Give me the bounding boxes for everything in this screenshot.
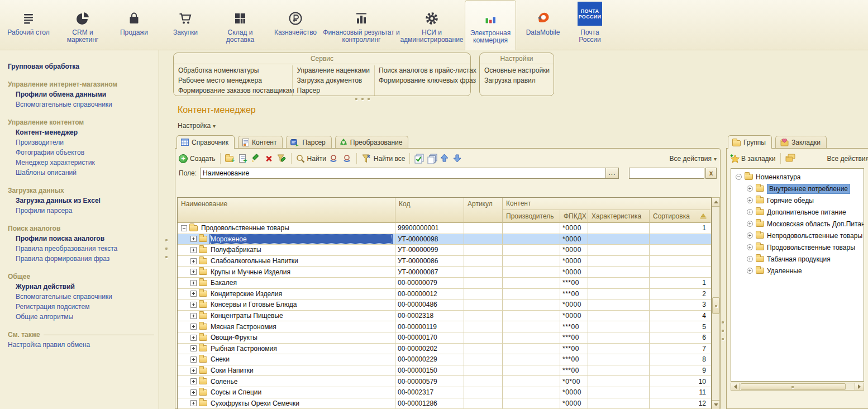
expand-icon[interactable]	[190, 378, 197, 384]
table-row[interactable]: Продовольственные товары 99900000001 *00…	[178, 223, 711, 234]
expand-icon[interactable]	[190, 247, 197, 253]
collapse-icon[interactable]	[181, 225, 187, 231]
service-link[interactable]: Управление наценками	[297, 65, 370, 75]
tree-node[interactable]: Непродовольственные товары	[731, 230, 864, 241]
expand-icon[interactable]	[190, 236, 197, 242]
column-header-fpkdh[interactable]: ФПКДХ	[560, 210, 588, 223]
scroll-thumb[interactable]	[741, 383, 846, 390]
section-pochta[interactable]: ПОЧТАРОССИИ Почта России	[570, 0, 610, 50]
expand-icon[interactable]	[190, 400, 197, 406]
expand-icon[interactable]	[190, 280, 197, 286]
expand-icon[interactable]	[747, 186, 753, 192]
tree-horizontal-scrollbar[interactable]	[731, 383, 864, 391]
collapse-icon[interactable]	[736, 174, 742, 180]
expand-icon[interactable]	[190, 324, 197, 330]
copy-item-button[interactable]	[238, 154, 248, 164]
sidebar-item[interactable]: Фотографии объектов	[8, 148, 154, 158]
service-link[interactable]: Рабочее место менеджера	[178, 75, 288, 85]
tree-node[interactable]: Продовольственные товары	[731, 241, 864, 253]
right-splitter[interactable]	[722, 321, 724, 340]
scroll-down-button[interactable]	[712, 400, 719, 409]
expand-icon[interactable]	[190, 389, 197, 396]
table-row[interactable]: Концентраты Пищевые 00-0002318 *0000 4	[178, 311, 711, 322]
table-row[interactable]: Сухофрукты Орехи Семечки 00-00001286 *00…	[178, 398, 711, 409]
expand-icon[interactable]	[190, 258, 197, 264]
scroll-left-button[interactable]	[731, 383, 740, 390]
table-row[interactable]: Бакалея 00-00000079 ***00 1	[178, 278, 711, 289]
scroll-up-button[interactable]	[712, 198, 719, 207]
sidebar-item[interactable]: Контент-менеджер	[8, 127, 154, 137]
tab-groups[interactable]: Группы	[728, 135, 772, 149]
sidebar-item[interactable]: Регистрация подсистем	[8, 302, 154, 312]
sidebar-item[interactable]: Профили поиска аналогов	[8, 234, 154, 244]
tab-kontent[interactable]: Контент	[238, 136, 283, 149]
sidebar-item[interactable]: Журнал действий	[8, 282, 154, 292]
sidebar-item-group-processing[interactable]: Групповая обработка	[8, 61, 154, 72]
expand-icon[interactable]	[747, 256, 753, 262]
section-nsi-admin[interactable]: НСИ и администрирование	[400, 0, 464, 50]
section-ecommerce[interactable]: Электронная коммерция	[465, 0, 516, 50]
scroll-right-button[interactable]	[855, 383, 864, 390]
find-previous-button[interactable]	[329, 154, 339, 164]
tree-node[interactable]: Горячие обеды	[731, 194, 864, 206]
column-header-content[interactable]: Контент	[503, 198, 710, 210]
tab-parser[interactable]: Парсер	[286, 136, 331, 149]
search-value-input[interactable]	[629, 168, 704, 179]
service-link[interactable]: Формирование ключевых фраз	[379, 75, 466, 85]
table-row[interactable]: Соленье 00-00000579 *0*00 10	[178, 376, 711, 387]
section-desktop[interactable]: Рабочий стол	[6, 0, 51, 50]
clear-search-button[interactable]: x	[705, 168, 717, 179]
sidebar-item[interactable]: Производители	[8, 137, 154, 148]
column-header-characteristic[interactable]: Характеристика	[588, 210, 650, 223]
sidebar-item[interactable]: Вспомогательные справочники	[8, 99, 154, 110]
tree-node[interactable]: Московская область Доп.Питан...	[731, 218, 864, 230]
service-link[interactable]: Загрузка документов	[297, 75, 370, 85]
expand-icon[interactable]	[747, 221, 753, 227]
create-button[interactable]: Создать	[179, 154, 216, 163]
section-crm[interactable]: CRM и маркетинг	[56, 0, 109, 50]
all-actions-button[interactable]: Все действия	[670, 155, 717, 163]
column-header-code[interactable]: Код	[395, 198, 464, 223]
copy-list-button[interactable]	[427, 154, 437, 164]
expand-icon[interactable]	[190, 345, 197, 351]
expand-icon[interactable]	[190, 313, 197, 319]
section-warehouse[interactable]: Склад и доставка	[214, 0, 266, 50]
settings-link[interactable]: Основные настройки	[484, 65, 550, 75]
tree-node[interactable]: Внутреннее потребление	[731, 183, 864, 194]
column-header-producer[interactable]: Производитель	[503, 210, 560, 223]
horizontal-splitter[interactable]	[355, 98, 370, 100]
tree-node-root[interactable]: Номенклатура	[731, 171, 864, 183]
to-bookmarks-button[interactable]: В закладки	[730, 154, 776, 163]
sidebar-item[interactable]: Правила преобразования текста	[8, 244, 154, 254]
section-datamobile[interactable]: DataMobile	[519, 0, 566, 50]
column-header-sort[interactable]: Сортировка	[650, 210, 710, 223]
table-row[interactable]: Овощи-Фрукты 00-00000170 ***00 6	[178, 332, 711, 344]
find-all-button[interactable]: Найти все	[361, 154, 406, 164]
service-link[interactable]: Обработка номенклатуры	[178, 65, 288, 75]
table-row[interactable]: Консервы и Готовые Блюда 00-00000486 *00…	[178, 299, 711, 311]
expand-icon[interactable]	[190, 291, 197, 297]
sidebar-item[interactable]: Менеджер характеристик	[8, 158, 154, 168]
group-transfer-button[interactable]	[785, 154, 795, 164]
section-purchases[interactable]: Закупки	[160, 0, 211, 50]
sidebar-item[interactable]: Профили парсера	[8, 206, 154, 216]
sidebar-item[interactable]: Шаблоны описаний	[8, 168, 154, 178]
settings-link[interactable]: Загрузка правил	[484, 75, 550, 85]
select-all-button[interactable]	[414, 154, 425, 164]
sidebar-item[interactable]: Настройка правил обмена	[8, 340, 154, 350]
move-down-button[interactable]	[453, 154, 463, 164]
service-link[interactable]: Поиск аналогов в прайс-листах	[379, 65, 466, 75]
search-field-select[interactable]: Наименование	[200, 168, 605, 179]
move-up-button[interactable]	[440, 154, 450, 164]
delete-button[interactable]	[264, 154, 274, 164]
tree-node[interactable]: Удаленные	[731, 265, 864, 277]
table-row[interactable]: Соки Напитки 00-00000150 ***00 9	[178, 365, 711, 377]
expand-icon[interactable]	[747, 244, 753, 250]
settings-menu-button[interactable]: Настройка	[178, 122, 216, 130]
table-vertical-scrollbar[interactable]	[712, 197, 720, 409]
table-row-selected[interactable]: Мороженое УТ-00000098 *0000	[178, 234, 711, 245]
tab-spravochnik[interactable]: Справочник	[177, 135, 235, 149]
service-link[interactable]: Парсер	[297, 85, 370, 96]
field-choose-button[interactable]: ...	[605, 168, 619, 179]
expand-icon[interactable]	[190, 302, 197, 308]
